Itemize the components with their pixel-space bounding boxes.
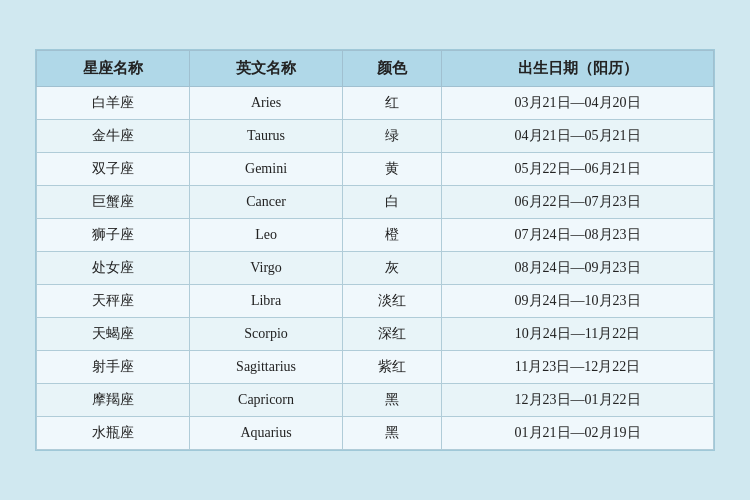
table-row: 天蝎座Scorpio深红10月24日—11月22日 bbox=[37, 318, 714, 351]
table-row: 狮子座Leo橙07月24日—08月23日 bbox=[37, 219, 714, 252]
col-header-english: 英文名称 bbox=[190, 51, 343, 87]
cell-english: Taurus bbox=[190, 120, 343, 153]
table-row: 天秤座Libra淡红09月24日—10月23日 bbox=[37, 285, 714, 318]
cell-chinese: 狮子座 bbox=[37, 219, 190, 252]
cell-dates: 05月22日—06月21日 bbox=[442, 153, 714, 186]
table-row: 金牛座Taurus绿04月21日—05月21日 bbox=[37, 120, 714, 153]
cell-chinese: 摩羯座 bbox=[37, 384, 190, 417]
cell-chinese: 天秤座 bbox=[37, 285, 190, 318]
cell-color: 深红 bbox=[343, 318, 442, 351]
table-header-row: 星座名称 英文名称 颜色 出生日期（阳历） bbox=[37, 51, 714, 87]
cell-color: 淡红 bbox=[343, 285, 442, 318]
cell-dates: 12月23日—01月22日 bbox=[442, 384, 714, 417]
cell-color: 灰 bbox=[343, 252, 442, 285]
cell-color: 橙 bbox=[343, 219, 442, 252]
cell-dates: 10月24日—11月22日 bbox=[442, 318, 714, 351]
cell-color: 黄 bbox=[343, 153, 442, 186]
cell-english: Gemini bbox=[190, 153, 343, 186]
cell-dates: 07月24日—08月23日 bbox=[442, 219, 714, 252]
cell-dates: 04月21日—05月21日 bbox=[442, 120, 714, 153]
table-row: 射手座Sagittarius紫红11月23日—12月22日 bbox=[37, 351, 714, 384]
cell-chinese: 处女座 bbox=[37, 252, 190, 285]
cell-dates: 09月24日—10月23日 bbox=[442, 285, 714, 318]
cell-chinese: 金牛座 bbox=[37, 120, 190, 153]
cell-english: Sagittarius bbox=[190, 351, 343, 384]
cell-english: Aquarius bbox=[190, 417, 343, 450]
cell-english: Leo bbox=[190, 219, 343, 252]
cell-chinese: 巨蟹座 bbox=[37, 186, 190, 219]
table-row: 白羊座Aries红03月21日—04月20日 bbox=[37, 87, 714, 120]
cell-english: Capricorn bbox=[190, 384, 343, 417]
cell-english: Scorpio bbox=[190, 318, 343, 351]
col-header-color: 颜色 bbox=[343, 51, 442, 87]
col-header-chinese: 星座名称 bbox=[37, 51, 190, 87]
cell-color: 红 bbox=[343, 87, 442, 120]
cell-dates: 11月23日—12月22日 bbox=[442, 351, 714, 384]
cell-chinese: 双子座 bbox=[37, 153, 190, 186]
table-row: 摩羯座Capricorn黑12月23日—01月22日 bbox=[37, 384, 714, 417]
cell-chinese: 射手座 bbox=[37, 351, 190, 384]
table-row: 巨蟹座Cancer白06月22日—07月23日 bbox=[37, 186, 714, 219]
table-row: 双子座Gemini黄05月22日—06月21日 bbox=[37, 153, 714, 186]
table-row: 水瓶座Aquarius黑01月21日—02月19日 bbox=[37, 417, 714, 450]
cell-english: Virgo bbox=[190, 252, 343, 285]
zodiac-table: 星座名称 英文名称 颜色 出生日期（阳历） 白羊座Aries红03月21日—04… bbox=[36, 50, 714, 450]
cell-english: Aries bbox=[190, 87, 343, 120]
cell-color: 绿 bbox=[343, 120, 442, 153]
cell-chinese: 白羊座 bbox=[37, 87, 190, 120]
cell-english: Cancer bbox=[190, 186, 343, 219]
cell-color: 黑 bbox=[343, 417, 442, 450]
cell-dates: 01月21日—02月19日 bbox=[442, 417, 714, 450]
cell-color: 白 bbox=[343, 186, 442, 219]
cell-color: 紫红 bbox=[343, 351, 442, 384]
cell-dates: 08月24日—09月23日 bbox=[442, 252, 714, 285]
table-row: 处女座Virgo灰08月24日—09月23日 bbox=[37, 252, 714, 285]
cell-english: Libra bbox=[190, 285, 343, 318]
cell-dates: 06月22日—07月23日 bbox=[442, 186, 714, 219]
zodiac-table-container: 星座名称 英文名称 颜色 出生日期（阳历） 白羊座Aries红03月21日—04… bbox=[35, 49, 715, 451]
col-header-dates: 出生日期（阳历） bbox=[442, 51, 714, 87]
cell-dates: 03月21日—04月20日 bbox=[442, 87, 714, 120]
table-body: 白羊座Aries红03月21日—04月20日金牛座Taurus绿04月21日—0… bbox=[37, 87, 714, 450]
cell-chinese: 天蝎座 bbox=[37, 318, 190, 351]
cell-chinese: 水瓶座 bbox=[37, 417, 190, 450]
cell-color: 黑 bbox=[343, 384, 442, 417]
